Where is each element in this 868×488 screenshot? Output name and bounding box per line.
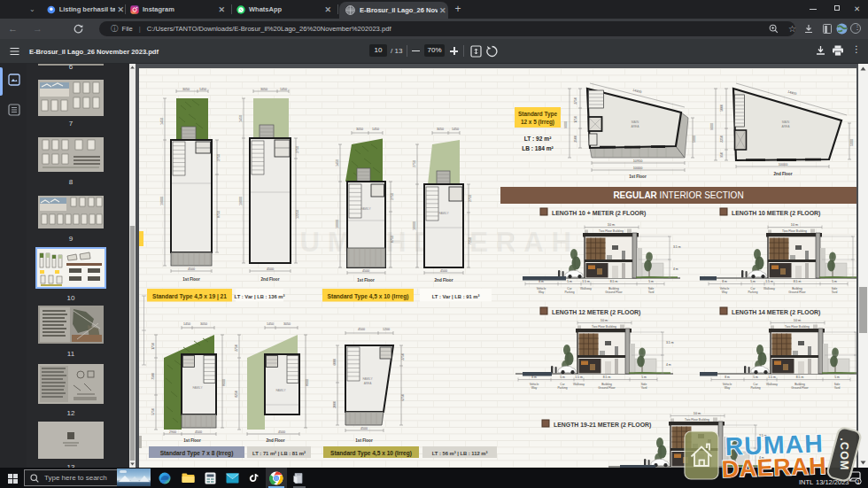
svg-text:LT : 71 m² | LB : 81 m²: LT : 71 m² | LB : 81 m² xyxy=(252,451,306,456)
svg-text:Standard Type 4,5 x 10 (Irreg): Standard Type 4,5 x 10 (Irreg) xyxy=(330,450,412,457)
svg-text:2nd Floor: 2nd Floor xyxy=(261,277,280,282)
svg-text:5000: 5000 xyxy=(720,105,724,112)
svg-text:LENGTH 14 METER (2 FLOOR): LENGTH 14 METER (2 FLOOR) xyxy=(732,309,820,316)
svg-text:10000: 10000 xyxy=(336,220,339,229)
svg-text:12 x 5 (Irreg): 12 x 5 (Irreg) xyxy=(521,119,554,126)
svg-text:LT : 56 m³ | LB : 112 m³: LT : 56 m³ | LB : 112 m³ xyxy=(432,451,488,456)
svg-text:LT : Var | LB : 91 m³: LT : Var | LB : 91 m³ xyxy=(432,294,480,299)
svg-text:1750: 1750 xyxy=(151,343,155,350)
svg-text:4500: 4500 xyxy=(278,430,285,434)
svg-text:6000: 6000 xyxy=(333,359,337,366)
svg-text:3050: 3050 xyxy=(437,128,444,131)
svg-text:4500: 4500 xyxy=(195,430,202,434)
svg-text:3050: 3050 xyxy=(200,322,207,326)
svg-text:2750: 2750 xyxy=(391,193,394,200)
svg-text:1200: 1200 xyxy=(383,328,390,331)
svg-text:Standard Type: Standard Type xyxy=(518,111,557,118)
svg-text:AREA: AREA xyxy=(364,382,373,385)
svg-text:Standard Type 4,5 x 10 (Irreg): Standard Type 4,5 x 10 (Irreg) xyxy=(328,293,409,300)
svg-text:LB : 184 m²: LB : 184 m² xyxy=(522,145,554,151)
svg-text:LENGTH 10 METER (2 FLOOR): LENGTH 10 METER (2 FLOOR) xyxy=(732,210,820,217)
svg-text:2750: 2750 xyxy=(413,160,416,167)
svg-text:5750: 5750 xyxy=(151,408,155,415)
svg-text:19000: 19000 xyxy=(160,197,164,205)
svg-text:6750: 6750 xyxy=(391,236,394,243)
svg-text:LT : 92 m²: LT : 92 m² xyxy=(524,136,552,142)
svg-text:10950: 10950 xyxy=(633,159,643,163)
svg-text:1450: 1450 xyxy=(267,322,274,326)
svg-text:2nd Floor: 2nd Floor xyxy=(774,172,793,176)
svg-text:4500: 4500 xyxy=(358,328,365,331)
svg-text:2nd Floor: 2nd Floor xyxy=(267,438,285,443)
svg-text:2750: 2750 xyxy=(469,195,472,202)
svg-text:1st Floor: 1st Floor xyxy=(629,174,647,179)
svg-text:1450: 1450 xyxy=(183,322,190,326)
svg-text:1750: 1750 xyxy=(574,116,577,123)
svg-text:2750: 2750 xyxy=(401,353,405,360)
svg-text:1450: 1450 xyxy=(239,115,243,122)
svg-text:8750: 8750 xyxy=(217,211,221,218)
svg-text:1450: 1450 xyxy=(336,159,339,167)
svg-text:AREA: AREA xyxy=(631,125,639,128)
svg-text:MAIN: MAIN xyxy=(782,120,790,124)
svg-text:FAMILY: FAMILY xyxy=(362,377,373,381)
svg-text:LENGTH 19-21 METER (2 FLOOR): LENGTH 19-21 METER (2 FLOOR) xyxy=(554,422,651,429)
svg-text:Standard Type 4,5 x 19 | 21: Standard Type 4,5 x 19 | 21 xyxy=(152,293,227,300)
svg-text:19000: 19000 xyxy=(239,197,243,205)
svg-text:.COM: .COM xyxy=(838,438,850,470)
svg-text:7500: 7500 xyxy=(151,373,155,380)
svg-text:4500: 4500 xyxy=(267,267,274,271)
svg-text:10000: 10000 xyxy=(633,167,643,170)
svg-text:1450: 1450 xyxy=(199,88,206,91)
svg-text:1450: 1450 xyxy=(160,118,164,125)
svg-text:5000: 5000 xyxy=(693,136,696,143)
svg-text:4500: 4500 xyxy=(188,267,195,271)
svg-text:2750: 2750 xyxy=(235,345,238,352)
svg-text:3050: 3050 xyxy=(260,88,267,91)
svg-text:1st Floor: 1st Floor xyxy=(357,278,375,283)
svg-text:7250: 7250 xyxy=(469,237,472,244)
svg-text:FAMILY: FAMILY xyxy=(360,207,371,211)
svg-text:FAMILY: FAMILY xyxy=(275,389,286,392)
svg-text:4500: 4500 xyxy=(360,427,368,430)
svg-text:1st Floor: 1st Floor xyxy=(183,438,201,443)
svg-text:LT : Var | LB : 136 m³: LT : Var | LB : 136 m³ xyxy=(235,294,285,299)
svg-text:LENGTH 10 + METER (2 FLOOR): LENGTH 10 + METER (2 FLOOR) xyxy=(552,210,646,217)
svg-text:950: 950 xyxy=(720,152,724,158)
svg-text:2nd Floor: 2nd Floor xyxy=(435,278,453,283)
svg-text:LENGTH 12 METER (2 FLOOR): LENGTH 12 METER (2 FLOOR) xyxy=(552,309,640,316)
svg-text:DAERAH: DAERAH xyxy=(721,453,826,483)
svg-text:2350: 2350 xyxy=(720,136,724,143)
svg-text:Standard Type 7 x 8 (Irreg): Standard Type 7 x 8 (Irreg) xyxy=(160,450,234,457)
svg-text:4500: 4500 xyxy=(362,269,369,273)
svg-text:10000: 10000 xyxy=(779,163,788,167)
svg-text:3050: 3050 xyxy=(283,322,291,326)
svg-text:5000: 5000 xyxy=(850,139,854,146)
svg-text:10000: 10000 xyxy=(413,221,416,230)
svg-text:8000: 8000 xyxy=(222,379,226,386)
svg-text:2750: 2750 xyxy=(217,154,221,161)
svg-text:12250: 12250 xyxy=(296,210,299,219)
svg-text:8250: 8250 xyxy=(235,391,238,398)
svg-text:3000: 3000 xyxy=(333,401,337,408)
svg-text:3500: 3500 xyxy=(574,136,577,143)
svg-text:2900: 2900 xyxy=(169,430,176,434)
svg-text:2750: 2750 xyxy=(296,146,299,153)
svg-text:1450: 1450 xyxy=(452,128,459,131)
svg-text:9000: 9000 xyxy=(710,123,714,130)
svg-text:3050: 3050 xyxy=(356,128,363,131)
svg-text:3050: 3050 xyxy=(182,88,190,91)
svg-text:REGULAR INTERIOR SECTION: REGULAR INTERIOR SECTION xyxy=(613,190,743,200)
svg-text:AREA: AREA xyxy=(781,125,790,128)
svg-text:8000: 8000 xyxy=(306,379,309,386)
svg-text:1450: 1450 xyxy=(372,128,379,131)
svg-text:9000: 9000 xyxy=(564,121,568,128)
svg-text:4500: 4500 xyxy=(440,269,447,273)
svg-text:FAMILY: FAMILY xyxy=(438,212,449,215)
svg-text:3750: 3750 xyxy=(574,97,577,105)
svg-text:6750: 6750 xyxy=(401,394,405,401)
svg-text:1st Floor: 1st Floor xyxy=(355,438,373,443)
svg-text:1450: 1450 xyxy=(280,88,287,91)
svg-text:MAIN: MAIN xyxy=(632,120,639,124)
svg-text:FAMILY: FAMILY xyxy=(192,386,203,390)
